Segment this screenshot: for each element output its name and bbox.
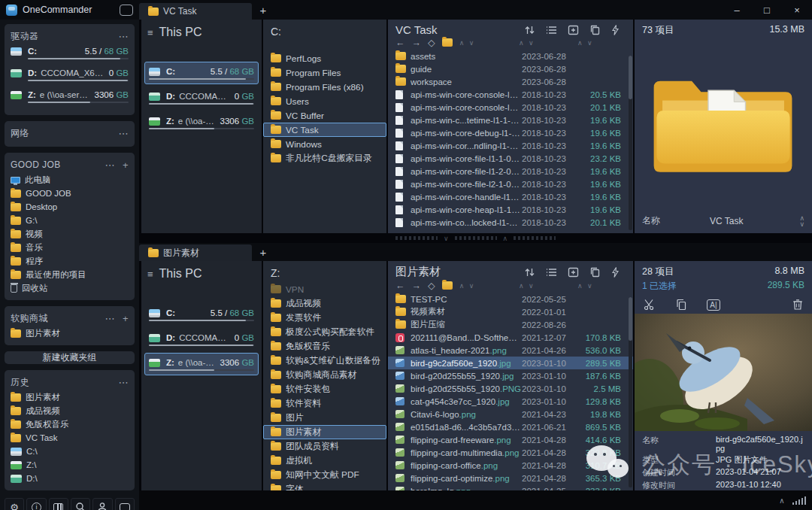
- file-row[interactable]: api-ms-win-core-file-l2-1-0.dll 2018-10-…: [388, 178, 633, 190]
- tree-folder-item[interactable]: 软件资料: [263, 396, 386, 411]
- sort-size-carets[interactable]: ∧ ∨: [577, 282, 624, 290]
- favorite-item[interactable]: 回收站: [11, 281, 129, 295]
- sort-date-carets[interactable]: ∧ ∨: [519, 282, 577, 290]
- tree-folder-item[interactable]: 软件安装包: [263, 382, 386, 396]
- history-item[interactable]: D:\: [11, 472, 129, 485]
- new-tab-button[interactable]: +: [252, 246, 274, 259]
- file-row[interactable]: e015d1a8-d6...4c3b5a7d367.png 2021-06-21…: [388, 420, 633, 433]
- cut-scissors-icon[interactable]: [644, 299, 656, 311]
- collapse-down-icon[interactable]: ∨: [444, 235, 449, 242]
- file-row[interactable]: api-ms-win-core-heap-l1-1-0.dll 2018-10-…: [388, 203, 633, 216]
- sort-name-carets[interactable]: ∧ ∨: [459, 39, 476, 47]
- file-row[interactable]: flipping-card-office.png 2021-04-28 310.…: [388, 459, 633, 472]
- pane-splitter[interactable]: ∨ ∧: [139, 233, 812, 243]
- actions-lightning-icon[interactable]: [611, 267, 620, 278]
- file-row[interactable]: TEST-PC 2022-05-25: [388, 293, 633, 305]
- history-item[interactable]: 免版权音乐: [11, 417, 129, 431]
- drive-item[interactable]: Z: e (\\oa-serv... 3306 GB: [144, 111, 259, 134]
- tab-image-assets[interactable]: 图片素材: [139, 244, 252, 261]
- favorite-item[interactable]: G:\: [11, 214, 129, 227]
- file-row[interactable]: bird-g9c2af560e_1920.jpg 2023-01-10 289.…: [388, 357, 633, 369]
- sidebar-drive-item[interactable]: D: CCCOMA_X64FR... 0 GB: [11, 66, 129, 88]
- section-menu-icon[interactable]: ⋯: [119, 31, 129, 42]
- minimize-button[interactable]: –: [722, 0, 752, 20]
- new-folder-icon[interactable]: [568, 25, 579, 35]
- tree-folder-item[interactable]: VPN: [263, 282, 386, 296]
- new-tab-button[interactable]: +: [252, 4, 274, 17]
- back-icon[interactable]: ←: [395, 281, 405, 291]
- view-list-icon[interactable]: [546, 267, 557, 278]
- view-list-icon[interactable]: [546, 25, 557, 35]
- sort-icon[interactable]: [524, 25, 535, 35]
- tree-folder-item[interactable]: Program Files (x86): [263, 80, 386, 94]
- tree-folder-item[interactable]: Users: [263, 94, 386, 108]
- file-row[interactable]: bird-g20d255b55_1920.PNG 2023-01-10 2.5 …: [388, 382, 633, 395]
- new-folder-icon[interactable]: [568, 267, 579, 278]
- file-row[interactable]: api-ms-win-cor...ndling-l1-1-0.dll 2018-…: [388, 139, 633, 152]
- file-row[interactable]: atlas-ti_header-2021.png 2021-04-26 536.…: [388, 344, 633, 357]
- file-row[interactable]: cat-g454c3e7cc_1920.jpg 2023-01-10 129.8…: [388, 395, 633, 408]
- image-preview-bird[interactable]: [635, 314, 812, 431]
- feedback-chat-icon[interactable]: [115, 498, 135, 510]
- favorite-item[interactable]: 音乐: [11, 241, 129, 254]
- history-item[interactable]: VC Task: [11, 431, 129, 445]
- scroll-up-icon[interactable]: ∧: [779, 496, 784, 505]
- section-menu-icon[interactable]: ⋯: [119, 377, 129, 388]
- file-row[interactable]: guide 2023-06-28: [388, 62, 633, 75]
- file-row[interactable]: flipping-card-optimize.png 2021-04-28 36…: [388, 472, 633, 484]
- history-item[interactable]: C:\: [11, 445, 129, 458]
- file-row[interactable]: api-ms-win-core-console-l1-2-0.dll 2018-…: [388, 101, 633, 114]
- section-menu-icon[interactable]: ⋯: [119, 128, 129, 139]
- tree-folder-item[interactable]: VC Buffer: [263, 108, 386, 123]
- feedback-chat-icon[interactable]: [120, 5, 133, 16]
- maximize-button[interactable]: □: [752, 0, 782, 20]
- tree-folder-item[interactable]: 发票软件: [263, 311, 386, 325]
- file-row[interactable]: Citavi-6-logo.png 2021-04-23 19.8 KB: [388, 408, 633, 420]
- add-favorite-icon[interactable]: +: [123, 313, 129, 324]
- settings-gear-icon[interactable]: ⚙: [5, 498, 24, 510]
- tree-folder-item[interactable]: 知网中文文献 PDF: [263, 468, 386, 482]
- tree-folder-item[interactable]: Windows: [263, 137, 386, 151]
- actions-lightning-icon[interactable]: [611, 25, 620, 35]
- tree-folder-item[interactable]: 软购商城商品素材: [263, 368, 386, 382]
- file-row[interactable]: api-ms-win-co...locked-l1-1-0.dll 2018-1…: [388, 216, 633, 229]
- user-icon[interactable]: [92, 498, 112, 510]
- scrollbar[interactable]: [629, 56, 632, 230]
- tree-folder-item[interactable]: 图片: [263, 411, 386, 425]
- file-row[interactable]: 202111@Band...D-Softhead.pdf 2021-12-07 …: [388, 331, 633, 344]
- forward-icon[interactable]: →: [412, 281, 422, 291]
- tree-folder-item[interactable]: 图片素材: [263, 425, 386, 439]
- favorite-item[interactable]: 程序: [11, 254, 129, 268]
- tree-folder-item[interactable]: 极度公式购买配套软件: [263, 325, 386, 339]
- history-item[interactable]: Z:\: [11, 458, 129, 472]
- favorite-item[interactable]: 图片素材: [11, 326, 129, 340]
- favorite-item[interactable]: 最近使用的项目: [11, 268, 129, 281]
- section-menu-icon[interactable]: ⋯: [105, 313, 115, 324]
- folder-up-icon[interactable]: [442, 281, 453, 290]
- delete-trash-icon[interactable]: [792, 299, 803, 311]
- tree-folder-item[interactable]: 成品视频: [263, 296, 386, 311]
- file-row[interactable]: flipping-card-multimedia.png 2021-04-28 …: [388, 446, 633, 459]
- rename-icon[interactable]: A|: [707, 299, 720, 311]
- path-icon[interactable]: ◇: [428, 280, 435, 291]
- drive-item[interactable]: D: CCCOMA_X64F... 0 GB: [144, 328, 259, 351]
- sidebar-drive-item[interactable]: Z: e (\\oa-server) 3306 GB: [11, 88, 129, 110]
- tree-folder-item[interactable]: 团队成员资料: [263, 439, 386, 454]
- file-row[interactable]: assets 2023-06-28: [388, 50, 633, 62]
- file-row[interactable]: 图片压缩 2022-08-26: [388, 318, 633, 331]
- layout-columns-icon[interactable]: [49, 498, 68, 510]
- drive-item[interactable]: Z: e (\\oa-serv... 3306 GB: [144, 353, 259, 375]
- file-row[interactable]: api-ms-win-c...tetime-l1-1-0.dll 2018-10…: [388, 114, 633, 126]
- favorite-item[interactable]: GOOD JOB: [11, 187, 129, 200]
- folder-up-icon[interactable]: [442, 38, 453, 47]
- scrollbar[interactable]: [629, 297, 632, 487]
- section-menu-icon[interactable]: ⋯: [105, 159, 115, 171]
- sort-icon[interactable]: [524, 267, 535, 278]
- favorite-item[interactable]: 此电脑: [11, 173, 129, 187]
- favorite-item[interactable]: 视频: [11, 227, 129, 241]
- sort-date-carets[interactable]: ∧ ∨: [519, 39, 577, 47]
- tree-folder-item[interactable]: 非凡比特C盘搬家目录: [263, 151, 386, 165]
- add-favorite-icon[interactable]: +: [123, 159, 129, 171]
- search-icon[interactable]: [71, 498, 90, 510]
- file-row[interactable]: workspace 2023-06-28: [388, 75, 633, 88]
